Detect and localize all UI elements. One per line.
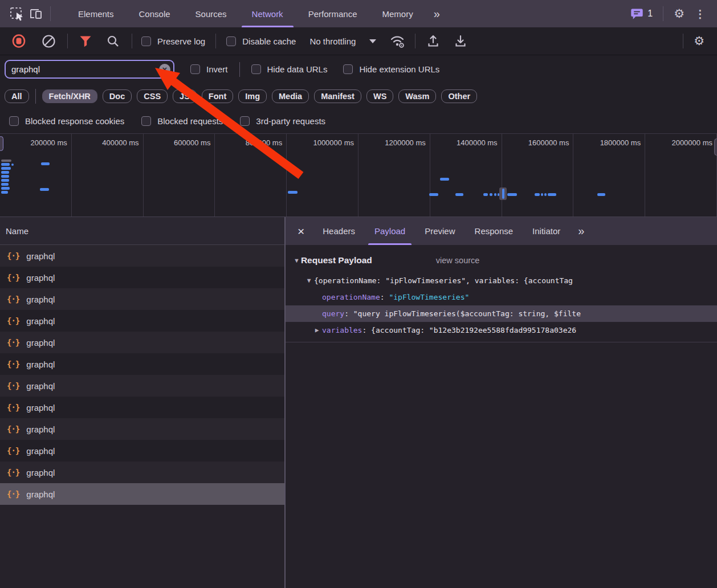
record-network-log-button[interactable] [9, 31, 28, 51]
filter-chip-all[interactable]: All [5, 89, 29, 103]
expand-triangle-icon[interactable]: ▼ [304, 277, 314, 284]
request-timing-mark [1, 167, 11, 170]
details-tab-response[interactable]: Response [465, 217, 523, 245]
table-row[interactable]: {·}graphql [0, 462, 284, 483]
export-har-icon[interactable] [451, 31, 470, 51]
request-timing-mark [483, 193, 488, 196]
details-tab-initiator[interactable]: Initiator [523, 217, 570, 245]
3rd-party-requests-checkbox[interactable] [240, 116, 250, 126]
network-conditions-icon[interactable] [388, 31, 407, 51]
table-row[interactable]: {·}graphql [0, 483, 284, 505]
filter-input-wrap: × [5, 60, 174, 79]
table-row[interactable]: {·}graphql [0, 397, 284, 418]
filter-chip-ws[interactable]: WS [366, 89, 393, 103]
tab-elements[interactable]: Elements [66, 0, 127, 27]
blocked-requests-checkbox[interactable] [141, 116, 151, 126]
table-row[interactable]: {·}graphql [0, 418, 284, 440]
issues-count: 1 [647, 9, 653, 19]
filter-chip-media[interactable]: Media [272, 89, 309, 103]
hide-data-urls-checkbox[interactable] [251, 64, 261, 74]
table-row[interactable]: {·}graphql [0, 288, 284, 310]
timeline-tick-label: 1800000 ms [600, 138, 641, 147]
throttling-dropdown-caret-icon[interactable] [369, 39, 376, 43]
collapse-triangle-icon[interactable]: ▼ [294, 257, 300, 264]
throttling-select[interactable]: No throttling [309, 36, 356, 46]
tab-sources[interactable]: Sources [183, 0, 239, 27]
close-details-icon[interactable]: × [289, 224, 313, 238]
timeline-right-grip[interactable] [714, 138, 717, 156]
table-row[interactable]: {·}graphql [0, 353, 284, 375]
search-icon[interactable] [103, 31, 123, 51]
filter-chip-wasm[interactable]: Wasm [398, 89, 436, 103]
timeline-left-grip[interactable] [0, 136, 3, 151]
expand-triangle-icon[interactable]: ▶ [312, 326, 322, 334]
tab-memory[interactable]: Memory [370, 0, 426, 27]
table-row[interactable]: {·}graphql [0, 440, 284, 462]
timeline-section: 400000 ms [72, 134, 144, 217]
details-tab-preview[interactable]: Preview [415, 217, 465, 245]
disable-cache-checkbox[interactable] [226, 36, 236, 46]
filter-chip-css[interactable]: CSS [137, 89, 168, 103]
filter-chip-manifest[interactable]: Manifest [314, 89, 361, 103]
filter-chip-img[interactable]: Img [238, 89, 267, 103]
table-row[interactable]: {·}graphql [0, 375, 284, 397]
request-timing-mark [507, 193, 517, 196]
kebab-menu-icon[interactable]: ⋮ [690, 7, 710, 21]
timeline-section: 200000 ms [0, 134, 72, 217]
tab-network[interactable]: Network [239, 0, 296, 27]
request-timing-mark [490, 193, 492, 196]
settings-gear-icon[interactable]: ⚙ [668, 7, 690, 21]
hide-extension-urls-checkbox[interactable] [343, 64, 353, 74]
network-settings-gear-icon[interactable]: ⚙ [688, 34, 710, 48]
filter-chip-other[interactable]: Other [441, 89, 477, 103]
filter-chip-doc[interactable]: Doc [103, 89, 132, 103]
divider [215, 34, 216, 48]
payload-row-operationname[interactable]: operationName: "ipFlowTimeseries" [286, 289, 717, 305]
payload-content: ▼ Request Payload view source ▼ {operati… [286, 245, 717, 588]
device-toolbar-icon[interactable] [26, 4, 46, 23]
request-timing-mark [1, 160, 11, 162]
tab-performance[interactable]: Performance [296, 0, 370, 27]
tab-console[interactable]: Console [127, 0, 183, 27]
payload-key: query [322, 309, 344, 318]
invert-checkbox[interactable] [190, 64, 200, 74]
clear-network-log-button[interactable] [39, 31, 58, 51]
more-panels-icon[interactable]: » [426, 7, 447, 21]
table-row[interactable]: {·}graphql [0, 332, 284, 353]
preserve-log-checkbox[interactable] [141, 36, 151, 46]
request-timing-mark [429, 193, 438, 196]
request-timing-mark [288, 191, 298, 194]
payload-row-variables[interactable]: ▶variables: {accountTag: "b12e3b2192ee55… [286, 322, 717, 338]
filter-chip-font[interactable]: Font [202, 89, 233, 103]
filter-chip-js[interactable]: JS [173, 89, 197, 103]
details-tab-headers[interactable]: Headers [313, 217, 365, 245]
blocked-response-cookies-checkbox[interactable] [9, 116, 19, 126]
payload-summary-line[interactable]: ▼ {operationName: "ipFlowTimeseries", va… [286, 272, 717, 289]
details-tab-payload[interactable]: Payload [365, 217, 415, 245]
view-source-link[interactable]: view source [436, 256, 480, 265]
filter-input[interactable] [5, 60, 174, 79]
checkbox-pair-blocked-requests: Blocked requests [141, 116, 223, 126]
timeline-tick-label: 1600000 ms [528, 138, 569, 147]
payload-colon: : [362, 326, 371, 334]
hide-data-urls-label: Hide data URLs [267, 64, 328, 74]
timeline-section: 2000000 ms [645, 134, 717, 217]
payload-row-query[interactable]: query: "query ipFlowTimeseries($accountT… [286, 305, 717, 322]
timeline-section: 800000 ms [215, 134, 287, 217]
request-name: graphql [26, 316, 55, 326]
filter-chip-fetch-xhr[interactable]: Fetch/XHR [42, 89, 97, 103]
clear-filter-icon[interactable]: × [159, 64, 170, 75]
filter-funnel-icon[interactable] [76, 31, 95, 51]
more-details-tabs-icon[interactable]: » [570, 224, 591, 238]
import-har-icon[interactable] [423, 31, 443, 51]
table-row[interactable]: {·}graphql [0, 267, 284, 288]
request-timing-mark [11, 164, 14, 166]
inspect-element-icon[interactable] [7, 4, 26, 23]
timeline-section: 1000000 ms [287, 134, 358, 217]
table-row[interactable]: {·}graphql [0, 245, 284, 267]
network-overview-timeline[interactable]: 200000 ms400000 ms600000 ms800000 ms1000… [0, 133, 717, 217]
json-request-icon: {·} [7, 468, 19, 477]
issues-button[interactable]: 1 [630, 8, 653, 20]
name-column-header[interactable]: Name [0, 217, 284, 245]
table-row[interactable]: {·}graphql [0, 310, 284, 332]
